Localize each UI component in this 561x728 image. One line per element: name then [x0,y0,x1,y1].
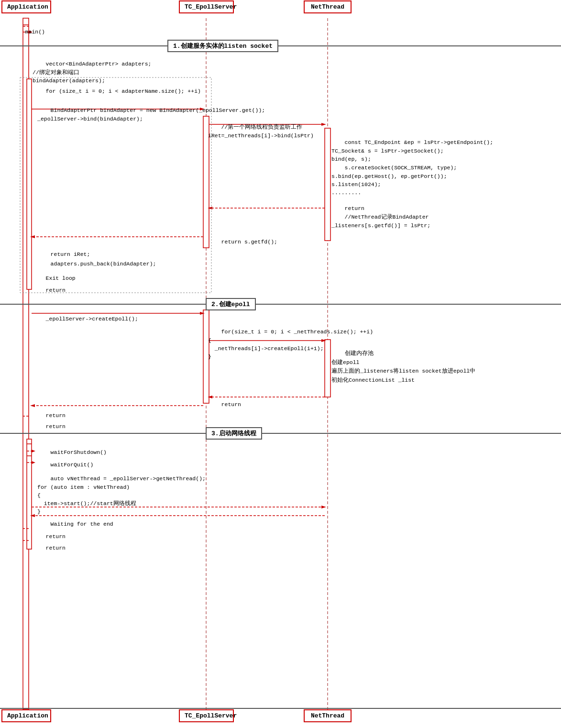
section-label-1: 1.创建服务实体的listen socket [167,40,278,52]
svg-rect-3 [23,18,29,709]
msg-return-3: return [208,393,241,416]
msg-return-5: return [33,415,66,438]
msg-return-sgetfd: return s.getfd(); [208,231,277,254]
svg-marker-18 [208,207,212,210]
lifeline-tcepoll-bottom: TC_EpollServer [179,709,234,722]
svg-rect-4 [27,79,32,289]
svg-marker-20 [30,235,35,238]
section-divider-bottom [0,708,561,709]
svg-marker-36 [32,461,35,464]
section-divider-1 [0,45,561,46]
section-divider-3 [0,433,561,434]
msg-create-pool: 创建内存池创建epoll遍历上面的_listeners将listen socke… [331,341,475,393]
svg-marker-23 [200,312,205,315]
svg-marker-33 [32,450,35,452]
svg-rect-7 [325,128,330,241]
section-label-3: 3.启动网络线程 [206,427,262,440]
msg-create-epoll-call: _epollServer->createEpoll(); [33,308,138,331]
msg-main: main() [12,21,45,44]
lifeline-netthread-top: NetThread [304,0,352,13]
msg-return-7: return [33,537,66,560]
msg-netthreads-bind: //第一个网络线程负责监听工作iRet=_netThreads[i]->bind… [208,115,314,148]
lifeline-tcepoll-top: TC_EpollServer [179,0,234,13]
msg-return-2: return [33,279,66,302]
section-label-2: 2.创建epoll [206,298,256,310]
msg-listeners: //NetThread记录BindAdapter_listeners[s.get… [331,205,430,238]
svg-rect-9 [27,439,32,549]
lifeline-application-top: Application [1,0,51,13]
lifeline-netthread-bottom: NetThread [304,709,352,722]
lifeline-application-bottom: Application [1,709,51,722]
svg-marker-16 [321,123,326,126]
svg-marker-40 [30,514,35,517]
section-divider-2 [0,304,561,305]
diagram-container: Application TC_EpollServer NetThread App… [0,0,561,728]
svg-marker-38 [321,506,326,508]
